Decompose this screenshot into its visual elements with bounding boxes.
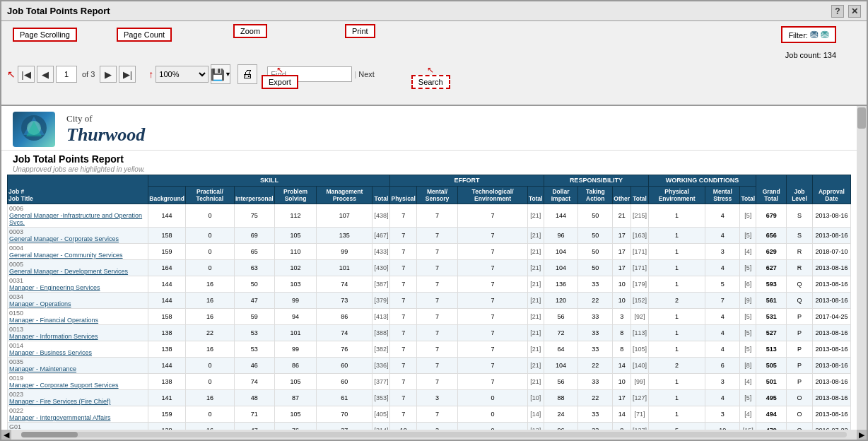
cell-wc-total: [5]	[740, 204, 756, 228]
cell-problem: 87	[274, 390, 317, 406]
cell-job-title[interactable]: 0150 Manager - Financial Operations	[8, 309, 148, 325]
page-number-input[interactable]	[56, 66, 77, 83]
cell-effort-total: [21]	[528, 204, 544, 228]
last-page-button[interactable]: ▶|	[119, 66, 136, 83]
job-title-link[interactable]: Manager - Corporate Support Services	[9, 382, 119, 389]
cell-background: 144	[148, 293, 186, 309]
cell-job-title[interactable]: 0034 Manager - Operations	[8, 293, 148, 309]
cell-job-title[interactable]: 0004 General Manager - Community Service…	[8, 244, 148, 260]
cell-job-title[interactable]: 0006 General Manager -Infrastructure and…	[8, 204, 148, 228]
scroll-right-btn[interactable]: ▶	[857, 430, 867, 440]
filter-icon[interactable]: ⛃	[810, 29, 819, 40]
help-button[interactable]: ?	[831, 5, 844, 18]
page-count-button[interactable]: Page Count	[117, 28, 172, 42]
cell-skill-total: [467]	[373, 228, 390, 244]
cell-practical: 16	[185, 309, 234, 325]
table-container[interactable]: Job #Job Title SKILL EFFORT RESPONSIBILI…	[1, 175, 857, 430]
scroll-thumb-v[interactable]	[857, 107, 866, 129]
cell-job-level: S	[787, 228, 813, 244]
job-title-link[interactable]: Manager - Operations	[9, 300, 71, 307]
cell-mental-stress: 4	[705, 325, 740, 341]
cell-background: 144	[148, 204, 186, 228]
job-title-link[interactable]: Manager - Information Services	[9, 333, 98, 340]
cell-skill-total: [377]	[373, 374, 390, 390]
job-title-link[interactable]: Manager - Fire Services (Fire Chief)	[9, 398, 111, 405]
cell-job-title[interactable]: 0019 Manager - Corporate Support Service…	[8, 374, 148, 390]
cell-effort-total: [21]	[528, 309, 544, 325]
cell-skill-total: [379]	[373, 293, 390, 309]
scroll-left-btn[interactable]: ◀	[1, 430, 11, 440]
job-title-link[interactable]: Manager - Engineering Services	[9, 284, 100, 291]
col-group-responsibility: RESPONSIBILITY	[544, 175, 648, 187]
cell-problem: 99	[274, 293, 317, 309]
cell-practical: 16	[185, 341, 234, 358]
job-title-link[interactable]: Manager - Business Services	[9, 349, 92, 356]
horizontal-scrollbar[interactable]: ◀ ▶	[1, 430, 867, 440]
filter-active-icon[interactable]: ⛃	[821, 29, 829, 40]
cell-technological: 7	[458, 293, 528, 309]
job-count: Job count: 134	[785, 51, 836, 59]
cell-physical: 7	[390, 309, 417, 325]
cell-technological: 7	[458, 276, 528, 293]
cell-job-title[interactable]: 0014 Manager - Business Services	[8, 341, 148, 358]
cell-interpersonal: 47	[234, 293, 274, 309]
cell-physical: 7	[390, 390, 417, 406]
vertical-scrollbar[interactable]	[857, 106, 867, 430]
prev-page-button[interactable]: ◀	[37, 66, 54, 83]
cell-approval-date: 2013-08-16	[812, 374, 850, 390]
cell-other: 8	[613, 325, 631, 341]
cell-job-title[interactable]: 0005 General Manager - Development Servi…	[8, 260, 148, 276]
cell-dollar: 56	[544, 309, 577, 325]
print-icon-button[interactable]: 🖨	[237, 64, 257, 84]
cell-skill-total: [388]	[373, 325, 390, 341]
job-title-link[interactable]: Manager - Maintenance	[9, 365, 76, 372]
cell-practical: 0	[185, 358, 234, 374]
cell-effort-total: [21]	[528, 374, 544, 390]
job-title-link[interactable]: General Manager - Corporate Services	[9, 235, 119, 242]
export-button[interactable]: 💾▼	[211, 64, 230, 84]
cell-management: 70	[317, 406, 373, 423]
first-page-button[interactable]: |◀	[18, 66, 35, 83]
cell-management: 101	[317, 260, 373, 276]
job-title-link[interactable]: General Manager - Community Services	[9, 252, 123, 259]
print-button[interactable]: Print	[345, 24, 375, 38]
scroll-thumb-h[interactable]	[21, 432, 78, 437]
cell-management: 74	[317, 325, 373, 341]
page-scrolling-button[interactable]: Page Scrolling	[13, 28, 77, 42]
cell-grand-total: 479	[756, 423, 787, 430]
table-row: 0004 General Manager - Community Service…	[8, 244, 851, 260]
job-title-link[interactable]: General Manager - Development Services	[9, 268, 128, 275]
cell-skill-total: [382]	[373, 341, 390, 358]
cell-job-title[interactable]: 0023 Manager - Fire Services (Fire Chief…	[8, 390, 148, 406]
cell-management: 99	[317, 244, 373, 260]
next-page-button[interactable]: ▶	[100, 66, 117, 83]
close-button[interactable]: ✕	[848, 5, 861, 18]
cell-mental-stress: 4	[705, 390, 740, 406]
zoom-button[interactable]: Zoom	[233, 24, 267, 38]
cell-job-title[interactable]: 0003 General Manager - Corporate Service…	[8, 228, 148, 244]
cell-wc-total: [5]	[740, 390, 756, 406]
cell-job-title[interactable]: G01 Project Manager 2	[8, 423, 148, 430]
cell-job-title[interactable]: 0013 Manager - Information Services	[8, 325, 148, 341]
job-title-link[interactable]: Manager - Financial Operations	[9, 317, 98, 324]
cell-mental: 7	[416, 358, 457, 374]
cell-grand-total: 531	[756, 309, 787, 325]
cell-job-title[interactable]: 0031 Manager - Engineering Services	[8, 276, 148, 293]
cell-problem: 105	[274, 406, 317, 423]
cell-practical: 16	[185, 390, 234, 406]
cell-job-title[interactable]: 0035 Manager - Maintenance	[8, 358, 148, 374]
cell-wc-total: [5]	[740, 325, 756, 341]
cell-grand-total: 561	[756, 293, 787, 309]
cell-technological: 7	[458, 358, 528, 374]
cell-mental-stress: 6	[705, 358, 740, 374]
zoom-selector[interactable]: 100% 75% 125% 150%	[156, 66, 209, 83]
cell-wc-total: [4]	[740, 374, 756, 390]
job-title-link[interactable]: Manager - Intergovernmental Affairs	[9, 414, 110, 421]
col-group-effort: EFFORT	[390, 175, 544, 187]
cell-job-level: O	[787, 423, 813, 430]
cell-physical: 7	[390, 406, 417, 423]
cell-job-title[interactable]: 0022 Manager - Intergovernmental Affairs	[8, 406, 148, 423]
city-name-text: City of Thurwood	[66, 113, 145, 146]
job-title-link[interactable]: General Manager -Infrastructure and Oper…	[9, 212, 142, 226]
cell-phys-env: 1	[649, 341, 705, 358]
